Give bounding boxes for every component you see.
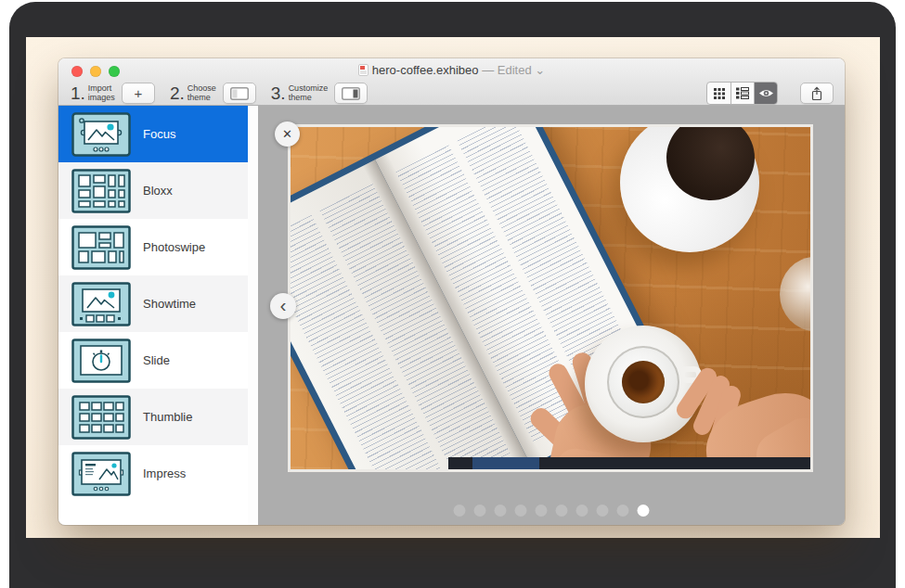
sidebar-left-icon <box>230 87 249 100</box>
espresso-cup <box>607 346 679 418</box>
bloxx-masonry-thumbnail-icon <box>71 169 131 213</box>
chevron-left-icon: ‹ <box>280 294 287 316</box>
sidebar-item-impress[interactable]: Impress <box>58 445 248 502</box>
document-name: hero-coffee.exhibeo <box>372 63 479 77</box>
sidebar-item-label: Focus <box>143 127 175 141</box>
slide-timer-thumbnail-icon <box>71 339 131 383</box>
window-content: Focus Bloxx <box>58 106 845 525</box>
eye-icon <box>758 88 774 98</box>
pagination-dot-8[interactable] <box>597 505 609 517</box>
impress-presentation-thumbnail-icon <box>71 452 131 496</box>
sidebar-right-icon <box>342 87 360 100</box>
sidebar-item-label: Slide <box>143 353 170 367</box>
toolbar: 1. Importimages + 2. Choosetheme 3. <box>71 82 834 105</box>
sidebar-item-bloxx[interactable]: Bloxx <box>58 162 248 219</box>
step-label: Importimages <box>88 84 115 102</box>
choose-theme-button[interactable] <box>223 83 256 104</box>
view-mode-segmented-control <box>706 82 778 105</box>
share-icon <box>810 86 823 101</box>
espresso-crema <box>622 361 665 403</box>
step-customize-theme: 3. Customizetheme <box>271 83 368 104</box>
pagination-dots <box>454 505 650 517</box>
sidebar-item-thumblie[interactable]: Thumblie <box>58 389 248 445</box>
customize-theme-button[interactable] <box>334 83 368 104</box>
sidebar-item-label: Showtime <box>143 297 196 311</box>
pagination-dot-9[interactable] <box>617 505 629 517</box>
previous-slide-button[interactable]: ‹ <box>270 293 296 319</box>
preview-photo <box>288 124 813 472</box>
sidebar-item-slide[interactable]: Slide <box>58 332 248 389</box>
pagination-dot-6[interactable] <box>556 505 568 517</box>
plus-icon: + <box>134 86 142 100</box>
pagination-dot-1[interactable] <box>454 505 466 517</box>
step-import-images: 1. Importimages + <box>71 83 155 104</box>
pagination-dot-2[interactable] <box>474 505 486 517</box>
step-number: 1. <box>71 83 85 104</box>
theme-sidebar: Focus Bloxx <box>58 106 248 525</box>
pagination-dot-3[interactable] <box>495 505 507 517</box>
sidebar-item-photoswipe[interactable]: Photoswipe <box>58 219 248 275</box>
sidebar-item-label: Photoswipe <box>143 240 205 254</box>
list-view-button[interactable] <box>730 83 754 104</box>
book-cover-edge <box>472 457 539 469</box>
window-title: hero-coffee.exhibeo — Edited ⌄ <box>58 63 845 79</box>
step-number: 3. <box>271 83 286 104</box>
espresso-saucer <box>585 326 702 442</box>
list-icon <box>736 87 749 99</box>
sidebar-scrollbar-track[interactable] <box>248 106 258 525</box>
document-icon <box>358 64 368 79</box>
pagination-dot-4[interactable] <box>515 505 527 517</box>
theme-preview-area: ✕ ‹ <box>258 106 845 525</box>
import-images-button[interactable]: + <box>122 83 155 104</box>
exhibeo-app-window: hero-coffee.exhibeo — Edited ⌄ 1. Import… <box>58 58 845 525</box>
toolbar-right <box>706 82 834 105</box>
sidebar-item-showtime[interactable]: Showtime <box>58 275 248 332</box>
sidebar-item-label: Impress <box>143 467 186 480</box>
step-label: Customizetheme <box>289 84 329 102</box>
coffee-surface <box>666 124 755 200</box>
thumblie-thumbgrid-thumbnail-icon <box>71 395 131 440</box>
step-label: Choosetheme <box>187 84 216 102</box>
pagination-dot-10[interactable] <box>638 505 650 517</box>
pagination-dot-5[interactable] <box>536 505 548 517</box>
sidebar-item-label: Thumblie <box>143 410 192 424</box>
grid-view-button[interactable] <box>707 83 730 104</box>
preview-view-button[interactable] <box>754 83 777 104</box>
pagination-dot-7[interactable] <box>576 505 588 517</box>
grid-icon <box>714 88 725 99</box>
showtime-slideshow-thumbnail-icon <box>71 282 131 326</box>
window-header: hero-coffee.exhibeo — Edited ⌄ 1. Import… <box>58 58 845 106</box>
share-button[interactable] <box>800 83 834 104</box>
sidebar-item-label: Bloxx <box>143 184 173 198</box>
photoswipe-grid-thumbnail-icon <box>71 225 131 270</box>
close-icon: ✕ <box>282 127 292 141</box>
title-chevron-down-icon[interactable]: ⌄ <box>535 63 545 77</box>
edited-status: — Edited <box>482 63 531 77</box>
sidebar-item-focus[interactable]: Focus <box>58 106 248 162</box>
close-preview-button[interactable]: ✕ <box>275 121 300 147</box>
step-choose-theme: 2. Choosetheme <box>170 83 256 104</box>
focus-lightbox-thumbnail-icon <box>71 112 131 157</box>
step-number: 2. <box>170 83 185 104</box>
